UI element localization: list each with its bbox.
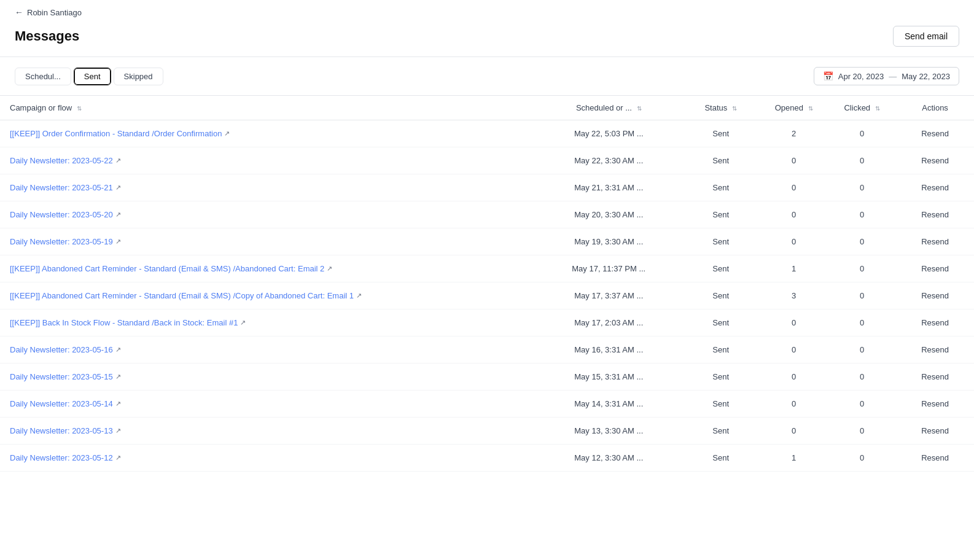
cell-campaign: Daily Newsletter: 2023-05-21↗ [0,174,536,201]
col-header-campaign[interactable]: Campaign or flow ⇅ [0,96,536,120]
cell-scheduled: May 17, 3:37 AM ... [536,282,682,309]
resend-button[interactable]: Resend [921,129,949,138]
cell-actions: Resend [896,309,974,336]
resend-button[interactable]: Resend [921,291,949,300]
date-range-picker[interactable]: 📅 Apr 20, 2023 — May 22, 2023 [814,67,959,85]
cell-campaign: Daily Newsletter: 2023-05-16↗ [0,336,536,364]
resend-button[interactable]: Resend [921,345,949,354]
cell-campaign: Daily Newsletter: 2023-05-12↗ [0,445,536,472]
resend-button[interactable]: Resend [921,183,949,192]
campaign-link[interactable]: [[KEEP]] Back In Stock Flow - Standard /… [10,318,246,327]
cell-scheduled: May 12, 3:30 AM ... [536,445,682,472]
sort-icon-campaign: ⇅ [77,105,82,112]
cell-scheduled: May 17, 2:03 AM ... [536,309,682,336]
cell-actions: Resend [896,282,974,309]
cell-scheduled: May 14, 3:31 AM ... [536,391,682,418]
page-header: Messages Send email [15,21,959,56]
col-header-opened[interactable]: Opened ⇅ [760,96,828,120]
cell-status: Sent [682,364,760,391]
campaign-link[interactable]: Daily Newsletter: 2023-05-16↗ [10,345,121,354]
external-link-icon: ↗ [356,292,362,300]
cell-clicked: 0 [828,147,896,174]
cell-actions: Resend [896,364,974,391]
send-email-button[interactable]: Send email [893,26,959,47]
campaign-link[interactable]: Daily Newsletter: 2023-05-19↗ [10,237,121,246]
campaign-link[interactable]: Daily Newsletter: 2023-05-15↗ [10,372,121,381]
back-arrow-icon: ← [15,7,23,17]
cell-status: Sent [682,445,760,472]
cell-status: Sent [682,228,760,255]
cell-actions: Resend [896,120,974,147]
campaign-link[interactable]: [[KEEP]] Abandoned Cart Reminder - Stand… [10,291,362,300]
table-row: Daily Newsletter: 2023-05-19↗May 19, 3:3… [0,228,974,255]
external-link-icon: ↗ [115,238,121,246]
col-header-scheduled[interactable]: Scheduled or ... ⇅ [536,96,682,120]
tab-sent[interactable]: Sent [74,68,111,85]
cell-campaign: [[KEEP]] Back In Stock Flow - Standard /… [0,309,536,336]
cell-campaign: [[KEEP]] Abandoned Cart Reminder - Stand… [0,282,536,309]
external-link-icon: ↗ [115,427,121,435]
cell-status: Sent [682,391,760,418]
resend-button[interactable]: Resend [921,264,949,273]
resend-button[interactable]: Resend [921,318,949,327]
resend-button[interactable]: Resend [921,237,949,246]
cell-actions: Resend [896,336,974,364]
resend-button[interactable]: Resend [921,372,949,381]
messages-table-container: Campaign or flow ⇅ Scheduled or ... ⇅ St… [0,96,974,472]
table-row: Daily Newsletter: 2023-05-12↗May 12, 3:3… [0,445,974,472]
table-row: [[KEEP]] Abandoned Cart Reminder - Stand… [0,282,974,309]
cell-campaign: Daily Newsletter: 2023-05-20↗ [0,201,536,228]
campaign-link[interactable]: Daily Newsletter: 2023-05-20↗ [10,210,121,219]
external-link-icon: ↗ [115,454,121,462]
cell-actions: Resend [896,418,974,445]
cell-clicked: 0 [828,445,896,472]
cell-status: Sent [682,120,760,147]
cell-actions: Resend [896,201,974,228]
col-header-actions: Actions [896,96,974,120]
page-title: Messages [15,28,79,44]
resend-button[interactable]: Resend [921,156,949,165]
resend-button[interactable]: Resend [921,210,949,219]
back-link[interactable]: ← Robin Santiago [15,7,82,17]
external-link-icon: ↗ [115,346,121,354]
campaign-link[interactable]: [[KEEP]] Abandoned Cart Reminder - Stand… [10,264,332,273]
cell-scheduled: May 16, 3:31 AM ... [536,336,682,364]
resend-button[interactable]: Resend [921,426,949,435]
table-header-row: Campaign or flow ⇅ Scheduled or ... ⇅ St… [0,96,974,120]
campaign-link[interactable]: Daily Newsletter: 2023-05-22↗ [10,156,121,165]
cell-scheduled: May 15, 3:31 AM ... [536,364,682,391]
cell-opened: 0 [760,391,828,418]
campaign-link[interactable]: Daily Newsletter: 2023-05-12↗ [10,453,121,462]
cell-scheduled: May 20, 3:30 AM ... [536,201,682,228]
cell-opened: 0 [760,336,828,364]
cell-actions: Resend [896,255,974,282]
col-header-clicked[interactable]: Clicked ⇅ [828,96,896,120]
campaign-link[interactable]: Daily Newsletter: 2023-05-21↗ [10,183,121,192]
cell-campaign: Daily Newsletter: 2023-05-13↗ [0,418,536,445]
cell-clicked: 0 [828,120,896,147]
external-link-icon: ↗ [224,130,230,138]
cell-status: Sent [682,418,760,445]
tab-scheduled[interactable]: Schedul... [15,68,71,85]
resend-button[interactable]: Resend [921,399,949,408]
cell-campaign: [[KEEP]] Order Confirmation - Standard /… [0,120,536,147]
cell-status: Sent [682,255,760,282]
resend-button[interactable]: Resend [921,453,949,462]
table-row: [[KEEP]] Back In Stock Flow - Standard /… [0,309,974,336]
campaign-link[interactable]: Daily Newsletter: 2023-05-13↗ [10,426,121,435]
cell-campaign: Daily Newsletter: 2023-05-14↗ [0,391,536,418]
cell-clicked: 0 [828,255,896,282]
cell-scheduled: May 17, 11:37 PM ... [536,255,682,282]
sort-icon-status: ⇅ [732,105,737,112]
campaign-link[interactable]: Daily Newsletter: 2023-05-14↗ [10,399,121,408]
external-link-icon: ↗ [115,211,121,219]
tab-skipped[interactable]: Skipped [114,68,163,85]
tab-group: Schedul... Sent Skipped [15,68,163,85]
cell-clicked: 0 [828,174,896,201]
cell-clicked: 0 [828,201,896,228]
toolbar: Schedul... Sent Skipped 📅 Apr 20, 2023 —… [0,57,974,96]
col-header-status[interactable]: Status ⇅ [682,96,760,120]
external-link-icon: ↗ [115,184,121,192]
campaign-link[interactable]: [[KEEP]] Order Confirmation - Standard /… [10,129,230,138]
date-dash: — [889,72,897,81]
